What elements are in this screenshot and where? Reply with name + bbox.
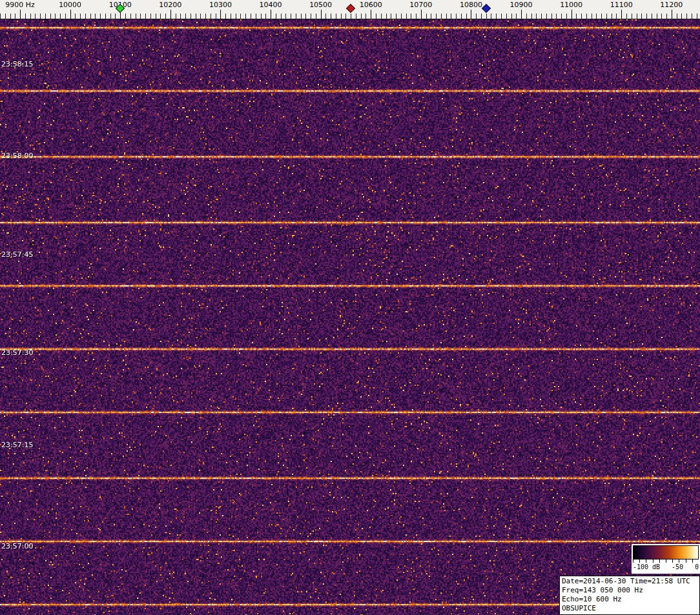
- freq-tick-label: 10300: [209, 1, 232, 9]
- marker-blue[interactable]: [482, 4, 491, 13]
- freq-major-tick: [70, 10, 71, 19]
- colorbar-panel: -100 dB -50 0: [632, 544, 700, 574]
- info-echo: Echo=10 600 Hz: [562, 595, 697, 604]
- freq-major-tick: [271, 10, 271, 19]
- freq-tick-label: 10700: [409, 1, 432, 9]
- freq-major-tick: [471, 10, 471, 19]
- spectrogram-canvas[interactable]: [0, 19, 700, 615]
- freq-major-tick: [170, 10, 171, 19]
- freq-major-tick: [521, 10, 522, 19]
- colorbar-gradient: [633, 545, 699, 560]
- colorbar-max-label: 0: [695, 563, 699, 571]
- freq-tick-label: 10800: [460, 1, 482, 9]
- freq-tick-label: 10900: [510, 1, 533, 9]
- freq-tick-label: 10600: [360, 1, 382, 9]
- colorbar-min-label: -100 dB: [633, 563, 660, 571]
- freq-major-tick: [571, 10, 572, 19]
- freq-tick-label: 11200: [660, 1, 683, 9]
- freq-major-tick: [321, 10, 322, 19]
- colorbar-mid-label: -50: [672, 563, 683, 571]
- freq-tick-label: 10000: [59, 1, 81, 9]
- freq-tick-label: 9900 Hz: [5, 1, 35, 9]
- minor-tick-comb: [0, 14, 700, 19]
- freq-major-tick: [421, 10, 422, 19]
- colorbar-labels: -100 dB -50 0: [633, 563, 699, 571]
- freq-major-tick: [621, 10, 622, 19]
- marker-red[interactable]: [346, 4, 355, 13]
- info-date-time: Date=2014-06-30 Time=21:58 UTC: [562, 577, 697, 586]
- freq-tick-label: 11100: [610, 1, 633, 9]
- freq-tick-label: 11000: [560, 1, 582, 9]
- freq-tick-label: 10400: [260, 1, 282, 9]
- freq-major-tick: [220, 10, 221, 19]
- frequency-ruler[interactable]: 9900 Hz100001010010200103001040010500106…: [0, 0, 700, 19]
- freq-major-tick: [20, 10, 21, 19]
- freq-major-tick: [371, 10, 371, 19]
- observation-info-box: Date=2014-06-30 Time=21:58 UTC Freq=143 …: [559, 576, 700, 615]
- spectrogram-app: 9900 Hz100001010010200103001040010500106…: [0, 0, 700, 615]
- freq-tick-label: 10500: [309, 1, 332, 9]
- freq-major-tick: [672, 10, 672, 19]
- freq-tick-label: 10200: [159, 1, 181, 9]
- info-station: OBSUPICE: [562, 604, 697, 613]
- info-frequency: Freq=143 050 000 Hz: [562, 586, 697, 595]
